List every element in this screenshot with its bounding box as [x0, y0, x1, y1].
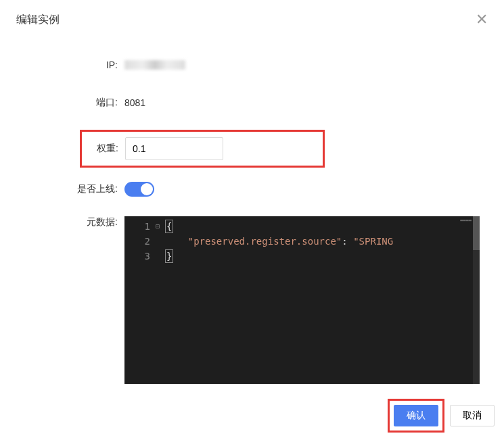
- weight-input[interactable]: [125, 137, 223, 160]
- editor-scrollbar[interactable]: [473, 216, 480, 384]
- dialog-title: 编辑实例: [16, 13, 60, 27]
- scrollbar-thumb[interactable]: [473, 216, 480, 250]
- confirm-highlight-box: 确认: [388, 399, 444, 433]
- metadata-label: 元数据:: [16, 216, 124, 228]
- ip-value: [124, 60, 185, 70]
- editor-code[interactable]: { "preserved.register.source": "SPRING }: [165, 216, 393, 384]
- close-icon[interactable]: ✕: [476, 12, 488, 27]
- editor-minimap: ▬▬▬▬: [460, 218, 472, 223]
- ip-label: IP:: [16, 59, 124, 70]
- cancel-button[interactable]: 取消: [450, 405, 495, 426]
- online-label: 是否上线:: [16, 183, 124, 195]
- weight-highlight-box: 权重:: [80, 130, 325, 168]
- online-toggle[interactable]: [124, 182, 154, 197]
- toggle-thumb: [141, 183, 153, 195]
- confirm-button[interactable]: 确认: [394, 405, 438, 426]
- editor-gutter: 1 2 3: [124, 216, 156, 384]
- port-value: 8081: [124, 97, 145, 108]
- metadata-editor[interactable]: 1 2 3 ⊟ { "preserved.register.source": "…: [124, 216, 480, 384]
- port-label: 端口:: [16, 97, 124, 109]
- editor-fold-col: ⊟: [156, 216, 165, 384]
- weight-label: 权重:: [82, 143, 125, 155]
- fold-icon[interactable]: ⊟: [156, 219, 165, 234]
